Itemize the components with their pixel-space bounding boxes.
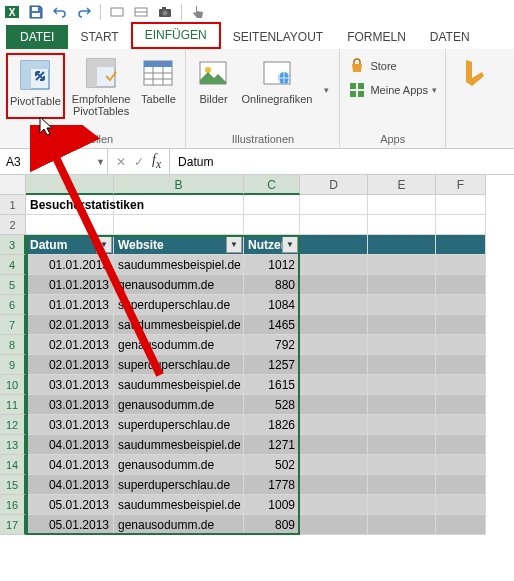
name-box[interactable]: A3 ▼ (0, 149, 108, 174)
cell-A7[interactable]: 02.01.2013 (26, 315, 114, 335)
formula-input[interactable]: Datum (170, 149, 514, 174)
online-pictures-button[interactable]: Onlinegrafiken (238, 53, 315, 107)
cell-A1[interactable]: Besucherstatistiken (26, 195, 114, 215)
cell-F9[interactable] (436, 355, 486, 375)
cell-B16[interactable]: saudummesbeispiel.de (114, 495, 244, 515)
cell-F12[interactable] (436, 415, 486, 435)
cell-C11[interactable]: 528 (244, 395, 300, 415)
cell-F1[interactable] (436, 195, 486, 215)
row-header-14[interactable]: 14 (0, 455, 26, 475)
undo-icon[interactable] (52, 4, 68, 20)
cell-B5[interactable]: genausodumm.de (114, 275, 244, 295)
excel-icon[interactable]: X (4, 4, 20, 20)
cancel-icon[interactable]: ✕ (116, 155, 126, 169)
cell-F2[interactable] (436, 215, 486, 235)
filter-button-website[interactable]: ▼ (226, 236, 242, 253)
cell-B1[interactable] (114, 195, 244, 215)
cell-C3[interactable]: Nutzer▼ (244, 235, 300, 255)
cell-C14[interactable]: 502 (244, 455, 300, 475)
save-icon[interactable] (28, 4, 44, 20)
filter-button-datum[interactable]: ▼ (96, 236, 112, 253)
cell-B13[interactable]: saudummesbeispiel.de (114, 435, 244, 455)
cell-A15[interactable]: 04.01.2013 (26, 475, 114, 495)
cell-B10[interactable]: saudummesbeispiel.de (114, 375, 244, 395)
cell-B2[interactable] (114, 215, 244, 235)
cell-F17[interactable] (436, 515, 486, 535)
cell-A4[interactable]: 01.01.2013 (26, 255, 114, 275)
cell-E8[interactable] (368, 335, 436, 355)
cell-D13[interactable] (300, 435, 368, 455)
cell-C13[interactable]: 1271 (244, 435, 300, 455)
row-header-2[interactable]: 2 (0, 215, 26, 235)
illustrations-more-button[interactable]: ▾ (319, 53, 333, 107)
cell-C9[interactable]: 1257 (244, 355, 300, 375)
row-header-4[interactable]: 4 (0, 255, 26, 275)
cell-D16[interactable] (300, 495, 368, 515)
cell-C16[interactable]: 1009 (244, 495, 300, 515)
enter-icon[interactable]: ✓ (134, 155, 144, 169)
cell-A12[interactable]: 03.01.2013 (26, 415, 114, 435)
col-header-B[interactable]: B (114, 175, 244, 195)
pivottable-button[interactable]: PivotTable (6, 53, 65, 119)
cell-E3[interactable] (368, 235, 436, 255)
cell-A9[interactable]: 02.01.2013 (26, 355, 114, 375)
row-header-3[interactable]: 3 (0, 235, 26, 255)
cell-E9[interactable] (368, 355, 436, 375)
cell-D1[interactable] (300, 195, 368, 215)
cell-B6[interactable]: superduperschlau.de (114, 295, 244, 315)
qat-unknown1-icon[interactable] (109, 4, 125, 20)
cell-B3[interactable]: Website▼ (114, 235, 244, 255)
cell-F15[interactable] (436, 475, 486, 495)
cell-A2[interactable] (26, 215, 114, 235)
cell-B7[interactable]: saudummesbeispiel.de (114, 315, 244, 335)
cell-A8[interactable]: 02.01.2013 (26, 335, 114, 355)
cell-D8[interactable] (300, 335, 368, 355)
filter-button-nutzer[interactable]: ▼ (282, 236, 298, 253)
cell-C17[interactable]: 809 (244, 515, 300, 535)
cell-B17[interactable]: genausodumm.de (114, 515, 244, 535)
cell-D12[interactable] (300, 415, 368, 435)
cell-B12[interactable]: superduperschlau.de (114, 415, 244, 435)
cell-D4[interactable] (300, 255, 368, 275)
row-header-16[interactable]: 16 (0, 495, 26, 515)
cell-F3[interactable] (436, 235, 486, 255)
cell-E16[interactable] (368, 495, 436, 515)
tab-einfuegen[interactable]: EINFÜGEN (131, 22, 221, 49)
cell-B15[interactable]: superduperschlau.de (114, 475, 244, 495)
cell-C2[interactable] (244, 215, 300, 235)
cell-E15[interactable] (368, 475, 436, 495)
col-header-F[interactable]: F (436, 175, 486, 195)
cell-E12[interactable] (368, 415, 436, 435)
cell-E4[interactable] (368, 255, 436, 275)
cell-B9[interactable]: superduperschlau.de (114, 355, 244, 375)
cell-C1[interactable] (244, 195, 300, 215)
cell-A11[interactable]: 03.01.2013 (26, 395, 114, 415)
row-header-6[interactable]: 6 (0, 295, 26, 315)
cell-D5[interactable] (300, 275, 368, 295)
cell-F5[interactable] (436, 275, 486, 295)
cell-F11[interactable] (436, 395, 486, 415)
cell-E7[interactable] (368, 315, 436, 335)
cell-F16[interactable] (436, 495, 486, 515)
tab-daten[interactable]: DATEN (418, 26, 482, 49)
cell-C15[interactable]: 1778 (244, 475, 300, 495)
cell-D11[interactable] (300, 395, 368, 415)
cell-E14[interactable] (368, 455, 436, 475)
cell-E2[interactable] (368, 215, 436, 235)
row-header-13[interactable]: 13 (0, 435, 26, 455)
cell-B11[interactable]: genausodumm.de (114, 395, 244, 415)
row-header-10[interactable]: 10 (0, 375, 26, 395)
row-header-17[interactable]: 17 (0, 515, 26, 535)
cell-C5[interactable]: 880 (244, 275, 300, 295)
tab-file[interactable]: DATEI (6, 25, 68, 49)
cell-C4[interactable]: 1012 (244, 255, 300, 275)
cell-D10[interactable] (300, 375, 368, 395)
bing-button[interactable] (452, 53, 494, 95)
pictures-button[interactable]: Bilder (192, 53, 234, 107)
row-header-5[interactable]: 5 (0, 275, 26, 295)
cell-F13[interactable] (436, 435, 486, 455)
cell-C6[interactable]: 1084 (244, 295, 300, 315)
cell-C12[interactable]: 1826 (244, 415, 300, 435)
col-header-A[interactable]: A (26, 175, 114, 195)
store-button[interactable]: Store (348, 57, 436, 75)
